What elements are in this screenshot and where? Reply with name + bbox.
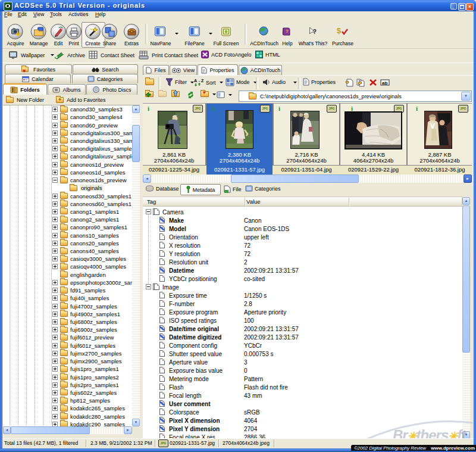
svg-text:?: ? — [313, 29, 317, 35]
svg-text:ab: ab — [382, 80, 387, 86]
svg-text:$: $ — [337, 26, 342, 35]
svg-text:A→Z: A→Z — [194, 79, 204, 83]
svg-text:?: ? — [286, 29, 289, 34]
